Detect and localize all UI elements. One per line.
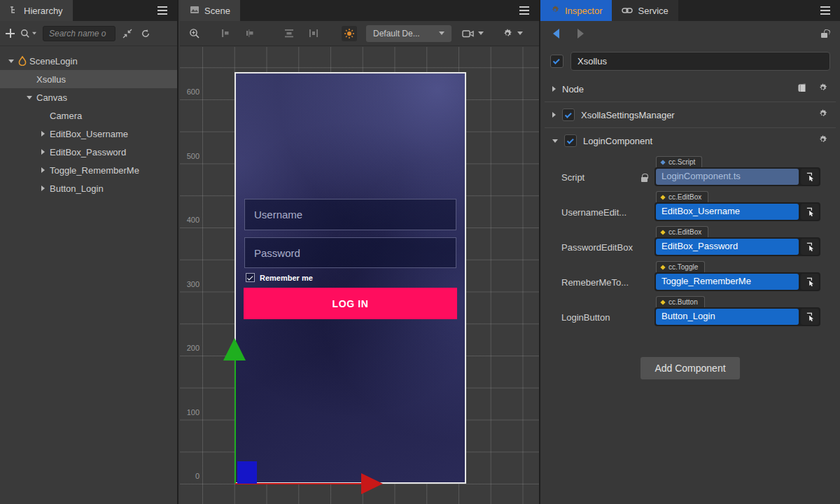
tree-item-editbox-password[interactable]: EditBox_Password xyxy=(0,143,177,161)
y-axis-gizmo[interactable] xyxy=(234,360,237,484)
picker-cursor-icon[interactable] xyxy=(801,274,819,290)
property-row-rememberme: RemeberMeTo... cc.Toggle Toggle_Remember… xyxy=(561,262,820,291)
scene-toolbar: Default De... xyxy=(180,21,539,46)
tree-item-editbox-username[interactable]: EditBox_Username xyxy=(0,125,177,143)
node-active-checkbox[interactable] xyxy=(550,55,564,68)
tree-item-button-login[interactable]: Button_Login xyxy=(0,179,177,197)
scene-menu-icon[interactable] xyxy=(519,10,529,11)
back-arrow-icon[interactable] xyxy=(553,29,559,38)
tree-item-scenelogin[interactable]: SceneLogin xyxy=(0,52,177,70)
search-input[interactable] xyxy=(43,26,115,41)
scene-settings-dropdown[interactable] xyxy=(500,26,523,41)
camera-preset-dropdown[interactable]: Default De... xyxy=(366,25,451,42)
scene-tab-label: Scene xyxy=(204,6,230,16)
gear-icon[interactable] xyxy=(818,83,828,95)
search-filter-button[interactable] xyxy=(20,29,37,38)
forward-arrow-icon[interactable] xyxy=(578,29,584,38)
expand-arrow-icon[interactable] xyxy=(27,96,32,99)
expand-arrow-icon[interactable] xyxy=(552,86,556,92)
tab-inspector[interactable]: Inspector xyxy=(540,0,612,21)
cocos-scene-icon xyxy=(17,56,28,66)
collapsed-arrow-icon[interactable] xyxy=(41,149,45,155)
camera-icon xyxy=(461,26,476,41)
tree-item-label: Toggle_RememberMe xyxy=(50,165,139,176)
expand-arrow-icon[interactable] xyxy=(552,112,556,118)
hierarchy-tabbar: Hierarchy xyxy=(0,0,177,21)
checkbox-check-icon xyxy=(566,136,573,144)
property-label: LoginButton xyxy=(561,312,610,323)
tree-item-toggle-rememberme[interactable]: Toggle_RememberMe xyxy=(0,161,177,179)
hierarchy-toolbar xyxy=(0,21,177,46)
picker-cursor-icon[interactable] xyxy=(801,204,819,220)
tab-scene[interactable]: Scene xyxy=(180,0,240,21)
property-label: PasswordEditBox xyxy=(561,242,633,253)
hierarchy-tree: SceneLogin Xsollus Canvas Camera EditBox… xyxy=(0,46,177,197)
component-name-label: XsollaSettingsManager xyxy=(581,110,675,120)
scene-camera-dropdown[interactable] xyxy=(461,26,484,41)
password-editbox[interactable]: Password xyxy=(244,237,456,268)
tree-item-label: EditBox_Password xyxy=(50,147,126,158)
align-left-icon[interactable] xyxy=(217,26,232,41)
remember-me-toggle[interactable]: Remember me xyxy=(246,273,313,282)
expand-arrow-icon[interactable] xyxy=(8,59,14,63)
login-button[interactable]: LOG IN xyxy=(244,288,457,319)
origin-handle[interactable] xyxy=(237,461,257,484)
scene-icon xyxy=(190,6,200,16)
gear-icon[interactable] xyxy=(818,108,828,121)
distribute-horizontal-icon[interactable] xyxy=(306,26,321,41)
picker-cursor-icon[interactable] xyxy=(801,309,819,325)
node-name-input[interactable] xyxy=(570,52,830,71)
tree-item-label: SceneLogin xyxy=(29,56,78,66)
align-right-icon[interactable] xyxy=(241,26,257,41)
expand-arrow-icon[interactable] xyxy=(552,139,558,143)
tab-service[interactable]: Service xyxy=(612,0,678,21)
settings-manager-header[interactable]: XsollaSettingsManager xyxy=(540,104,840,126)
x-axis-arrow-icon[interactable] xyxy=(361,473,383,494)
ruler-label: 100 xyxy=(181,408,200,416)
tree-item-canvas[interactable]: Canvas xyxy=(0,88,177,106)
inspector-gear-icon xyxy=(550,5,560,17)
remember-checkbox[interactable] xyxy=(246,273,255,282)
distribute-vertical-icon[interactable] xyxy=(281,26,297,41)
collapsed-arrow-icon[interactable] xyxy=(41,186,45,191)
add-node-icon[interactable] xyxy=(6,29,15,38)
type-tag: cc.EditBox xyxy=(656,191,708,202)
game-canvas-preview[interactable]: Username Password Remember me LOG IN xyxy=(234,72,466,484)
unlock-icon[interactable] xyxy=(821,33,827,38)
inspector-menu-icon[interactable] xyxy=(820,10,830,11)
book-icon[interactable] xyxy=(797,83,807,95)
tree-item-camera[interactable]: Camera xyxy=(0,106,177,125)
password-placeholder: Password xyxy=(254,247,300,259)
zoom-icon[interactable] xyxy=(187,26,202,41)
login-component-header[interactable]: LoginComponent xyxy=(540,130,840,152)
hierarchy-menu-icon[interactable] xyxy=(158,10,167,11)
y-axis-arrow-icon[interactable] xyxy=(223,338,246,360)
picker-cursor-icon[interactable] xyxy=(801,239,819,255)
component-enabled-checkbox[interactable] xyxy=(564,134,577,147)
picker-cursor-icon[interactable] xyxy=(801,169,819,185)
tree-item-label: EditBox_Username xyxy=(50,129,128,139)
collapsed-arrow-icon[interactable] xyxy=(41,131,45,136)
hierarchy-icon xyxy=(10,6,19,16)
tree-item-xsollus[interactable]: Xsollus xyxy=(0,70,177,88)
node-reference-field[interactable]: EditBox_Username xyxy=(656,204,799,220)
gear-icon[interactable] xyxy=(818,134,828,147)
tab-hierarchy[interactable]: Hierarchy xyxy=(0,0,73,21)
gizmo-light-icon[interactable] xyxy=(342,26,357,41)
node-reference-field[interactable]: Button_Login xyxy=(656,309,799,325)
tree-item-label: Camera xyxy=(50,111,82,121)
collapsed-arrow-icon[interactable] xyxy=(41,167,45,173)
type-tag: cc.Button xyxy=(656,296,705,307)
script-reference-field[interactable]: LoginComponent.ts xyxy=(656,169,799,185)
node-section-header[interactable]: Node xyxy=(540,78,840,100)
scene-viewport[interactable]: 600 500 400 300 200 100 0 Username Passw… xyxy=(180,47,539,504)
property-label: Script xyxy=(561,172,584,183)
add-component-button[interactable]: Add Component xyxy=(640,357,739,379)
username-editbox[interactable]: Username xyxy=(244,199,456,230)
node-reference-field[interactable]: Toggle_RememberMe xyxy=(656,274,799,290)
collapse-all-icon[interactable] xyxy=(121,26,134,41)
component-enabled-checkbox[interactable] xyxy=(562,108,575,121)
username-placeholder: Username xyxy=(254,209,302,220)
refresh-icon[interactable] xyxy=(139,26,152,41)
node-reference-field[interactable]: EditBox_Password xyxy=(656,239,799,255)
